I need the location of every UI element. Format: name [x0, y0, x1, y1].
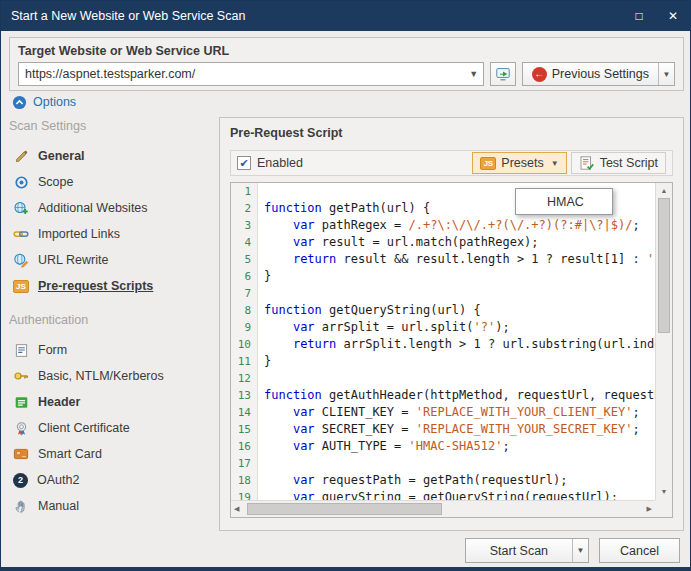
- enabled-option[interactable]: ✔ Enabled: [237, 156, 303, 170]
- line-number: 1: [231, 183, 258, 200]
- chevron-down-icon[interactable]: ▼: [465, 69, 483, 79]
- line-number: 6: [231, 268, 258, 285]
- code-text: [258, 285, 264, 302]
- sidebar-item-label: Header: [38, 395, 80, 409]
- code-line: 19 var queryString = getQueryString(requ…: [231, 489, 655, 500]
- code-text: var queryString = getQueryString(request…: [258, 489, 618, 500]
- line-number: 13: [231, 387, 258, 404]
- target-group-title: Target Website or Web Service URL: [18, 44, 675, 58]
- code-line: 6}: [231, 268, 655, 285]
- titlebar: Start a New Website or Web Service Scan …: [1, 1, 690, 31]
- enabled-label: Enabled: [257, 156, 303, 170]
- vertical-scrollbar-thumb[interactable]: [658, 198, 670, 333]
- sidebar-item-label: URL Rewrite: [38, 253, 108, 267]
- sidebar-item-oauth2[interactable]: 2OAuth2: [9, 467, 214, 493]
- scroll-right-icon[interactable]: ▶: [647, 503, 652, 515]
- script-editor[interactable]: 12function getPath(url) {3 var pathRegex…: [230, 182, 673, 518]
- sidebar-item-pre-request-scripts[interactable]: JSPre-request Scripts: [9, 273, 214, 299]
- cancel-button[interactable]: Cancel: [599, 538, 680, 563]
- line-number: 7: [231, 285, 258, 302]
- test-script-label: Test Script: [600, 156, 658, 170]
- previous-settings-dropdown[interactable]: ▼: [658, 63, 674, 85]
- sidebar-item-basic-ntlm-kerberos[interactable]: Basic, NTLM/Kerberos: [9, 363, 214, 389]
- line-number: 18: [231, 472, 258, 489]
- target-url-combobox[interactable]: https://aspnet.testsparker.com/ ▼: [18, 62, 484, 86]
- sidebar-item-client-certificate[interactable]: Client Certificate: [9, 415, 214, 441]
- sidebar-item-header[interactable]: Header: [9, 389, 214, 415]
- line-number: 9: [231, 319, 258, 336]
- code-view[interactable]: 12function getPath(url) {3 var pathRegex…: [231, 183, 655, 500]
- target-icon: [13, 174, 29, 190]
- previous-settings-button[interactable]: ← Previous Settings: [523, 63, 658, 85]
- settings-sidebar: Scan SettingsGeneralScopeAdditional Webs…: [9, 119, 214, 519]
- sidebar-item-label: Form: [38, 343, 67, 357]
- globe-edit-icon: [13, 252, 29, 268]
- code-line: 7: [231, 285, 655, 302]
- options-toggle[interactable]: Options: [11, 94, 76, 110]
- horizontal-scrollbar-thumb[interactable]: [247, 503, 442, 515]
- target-url-value[interactable]: https://aspnet.testsparker.com/: [19, 67, 465, 81]
- sidebar-item-label: Basic, NTLM/Kerberos: [38, 369, 164, 383]
- code-text: var requestPath = getPath(requestUrl);: [258, 472, 567, 489]
- code-line: 18 var requestPath = getPath(requestUrl)…: [231, 472, 655, 489]
- pre-request-script-title: Pre-Request Script: [230, 126, 673, 140]
- test-script-button[interactable]: Test Script: [571, 152, 666, 174]
- preset-menu-item-hmac[interactable]: HMAC: [517, 190, 611, 213]
- sidebar-item-label: Manual: [38, 499, 79, 513]
- open-in-browser-button[interactable]: [490, 62, 516, 86]
- code-line: 9 var arrSplit = url.split('?');: [231, 319, 655, 336]
- close-button[interactable]: ✕: [656, 1, 690, 31]
- presets-button[interactable]: JS Presets ▼: [472, 152, 566, 174]
- code-text: [258, 455, 264, 472]
- sidebar-item-label: Imported Links: [38, 227, 120, 241]
- code-line: 5 return result && result.length > 1 ? r…: [231, 251, 655, 268]
- sidebar-section-title-scan-settings: Scan Settings: [9, 119, 214, 139]
- js-icon: JS: [13, 280, 29, 293]
- vertical-scrollbar[interactable]: ▲ ▼: [655, 183, 672, 500]
- code-text: }: [258, 268, 271, 285]
- start-scan-label: Start Scan: [490, 544, 548, 558]
- horizontal-scrollbar[interactable]: ◀ ▶: [231, 500, 655, 517]
- enabled-checkbox[interactable]: ✔: [237, 156, 251, 170]
- footer: Start Scan ▼ Cancel: [465, 538, 680, 563]
- code-text: [258, 183, 264, 200]
- sidebar-item-form[interactable]: Form: [9, 337, 214, 363]
- sidebar-item-general[interactable]: General: [9, 143, 214, 169]
- line-number: 14: [231, 404, 258, 421]
- line-number: 11: [231, 353, 258, 370]
- code-line: 11}: [231, 353, 655, 370]
- code-line: 10 return arrSplit.length > 1 ? url.subs…: [231, 336, 655, 353]
- sidebar-item-url-rewrite[interactable]: URL Rewrite: [9, 247, 214, 273]
- sidebar-item-imported-links[interactable]: Imported Links: [9, 221, 214, 247]
- start-scan-dropdown[interactable]: ▼: [572, 539, 588, 562]
- sidebar-item-label: Pre-request Scripts: [38, 279, 153, 293]
- line-number: 12: [231, 370, 258, 387]
- code-text: var AUTH_TYPE = 'HMAC-SHA512';: [258, 438, 510, 455]
- sidebar-item-label: Additional Websites: [38, 201, 148, 215]
- smartcard-icon: [13, 446, 29, 462]
- code-text: function getAuthHeader(httpMethod, reque…: [258, 387, 655, 404]
- start-scan-split-button: Start Scan ▼: [465, 538, 589, 563]
- start-scan-button[interactable]: Start Scan: [466, 539, 572, 562]
- sidebar-item-smart-card[interactable]: Smart Card: [9, 441, 214, 467]
- minimize-button[interactable]: □: [622, 1, 656, 31]
- oauth2-icon: 2: [13, 473, 28, 488]
- previous-settings-split-button: ← Previous Settings ▼: [522, 62, 675, 86]
- sidebar-item-additional-websites[interactable]: Additional Websites: [9, 195, 214, 221]
- presets-dropdown-menu: HMAC: [515, 188, 613, 215]
- scroll-up-icon[interactable]: ▲: [656, 185, 672, 197]
- chevron-down-icon: ▼: [551, 159, 559, 168]
- code-line: 12: [231, 370, 655, 387]
- collapse-up-icon: [11, 94, 27, 110]
- line-number: 4: [231, 234, 258, 251]
- scroll-left-icon[interactable]: ◀: [234, 503, 239, 515]
- browser-go-icon: [495, 66, 511, 82]
- code-line: 14 var CLIENT_KEY = 'REPLACE_WITH_YOUR_C…: [231, 404, 655, 421]
- sidebar-item-scope[interactable]: Scope: [9, 169, 214, 195]
- code-line: 13function getAuthHeader(httpMethod, req…: [231, 387, 655, 404]
- line-number: 19: [231, 489, 258, 500]
- key-icon: [13, 368, 29, 384]
- sidebar-item-manual[interactable]: Manual: [9, 493, 214, 519]
- scroll-down-icon[interactable]: ▼: [656, 486, 672, 498]
- script-toolbar: ✔ Enabled JS Presets ▼ Test Script: [230, 150, 673, 176]
